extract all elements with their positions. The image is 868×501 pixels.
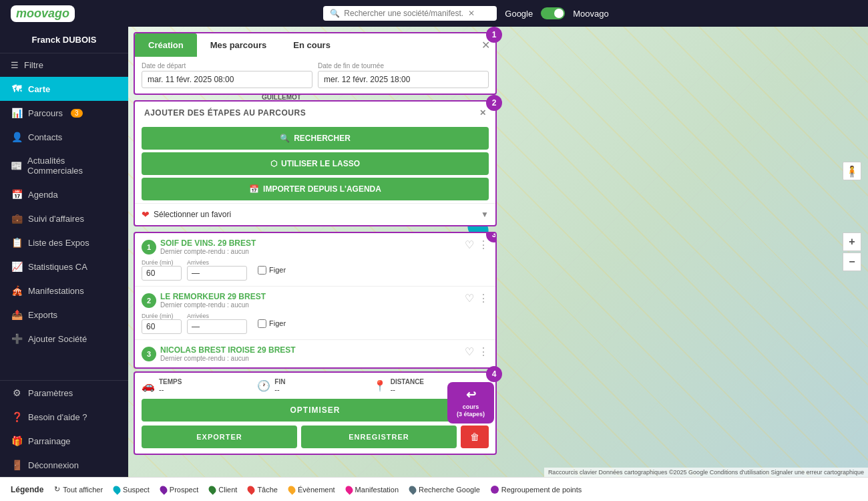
step-number-3: 3 [142,347,156,361]
google-moovago-toggle[interactable] [541,7,565,19]
stat-temps: 🚗 TEMPS -- [142,378,257,393]
step-info-2: LE REMORKEUR 29 BREST Dernier compte-ren… [160,292,461,309]
arrivee-input-1[interactable] [187,266,247,281]
step-actions-3[interactable]: ♡ ⋮ [465,345,489,358]
agenda-button[interactable]: 📅 IMPORTER DEPUIS L'AGENDA [142,178,489,200]
favorite-step-icon-1[interactable]: ♡ [465,238,474,251]
sidebar-item-carte[interactable]: 🗺 Carte [0,77,128,101]
tab-en-cours[interactable]: En cours [280,33,344,57]
manifestation-label: Manifestation [355,486,399,494]
search-icon-btn: 🔍 [280,134,290,143]
sidebar-item-parametres[interactable]: ⚙ Paramètres [0,381,128,405]
distance-icon: 📍 [373,379,387,392]
date-row: Date de départ Date de fin de tournée [135,57,495,94]
sidebar-label-manifestations: Manifestations [28,286,84,296]
figer-text-1: Figer [269,266,286,274]
figer-checkbox-1[interactable] [258,266,266,275]
rechercher-button[interactable]: 🔍 RECHERCHER [142,127,489,150]
more-icon-3[interactable]: ⋮ [478,345,489,358]
sidebar-item-contacts[interactable]: 👤 Contacts [0,125,128,149]
figer-label-1[interactable]: Figer [258,266,286,275]
add-steps-close-icon[interactable]: ✕ [479,108,487,118]
exporter-button[interactable]: EXPORTER [142,426,297,448]
duree-group-1: Durée (min) [142,259,182,281]
filter-icon: ☰ [11,60,19,70]
sidebar-item-parrainage[interactable]: 🎁 Parrainage [0,429,128,453]
more-icon-1[interactable]: ⋮ [478,238,489,251]
tab-mes-parcours[interactable]: Mes parcours [197,33,280,57]
tache-label: Tâche [257,486,278,494]
step-name-1[interactable]: SOIF DE VINS. 29 BREST [160,238,461,248]
search-bar[interactable]: 🔍 ✕ [323,6,497,21]
date-depart-input[interactable] [142,71,312,88]
step-name-2[interactable]: LE REMORKEUR 29 BREST [160,292,461,301]
duree-input-1[interactable] [142,266,182,281]
add-icon: ➕ [11,333,23,344]
stat-distance-label: DISTANCE [391,378,424,385]
favorite-step-icon-2[interactable]: ♡ [465,292,474,305]
steps-list: 3 1 SOIF DE VINS. 29 BREST Dernier compt… [134,232,497,369]
evenement-marker-icon [286,484,297,495]
step-last-3: Dernier compte-rendu : aucun [160,355,461,362]
favorite-label: Sélectionner un favori [154,210,231,219]
more-icon-2[interactable]: ⋮ [478,292,489,305]
step-actions-1[interactable]: ♡ ⋮ [465,238,489,251]
stat-distance-info: DISTANCE -- [391,378,424,393]
sidebar-label-parrainage: Parrainage [28,436,71,446]
figer-label-2[interactable]: Figer [258,319,286,328]
sidebar-item-stats[interactable]: 📈 Statistiques CA [0,255,128,279]
sidebar-item-suivi[interactable]: 💼 Suivi d'affaires [0,206,128,230]
optimiser-button[interactable]: OPTIMISER [142,399,489,422]
zoom-out-button[interactable]: − [843,253,861,271]
close-icon[interactable]: ✕ [468,9,475,18]
zoom-in-button[interactable]: + [843,232,861,251]
delete-button[interactable]: 🗑 [461,426,489,448]
logo-area: moovago [11,5,75,22]
sidebar-item-exports[interactable]: 📤 Exports [0,303,128,327]
sidebar-filter[interactable]: ☰ Filtre [0,53,128,77]
enregistrer-button[interactable]: ENREGISTRER [301,426,457,448]
prospect-marker-icon [158,484,169,495]
legend-client: Client [209,486,237,494]
step-header-2: 2 LE REMORKEUR 29 BREST Dernier compte-r… [142,292,489,309]
main-content: Franck DUBOIS ☰ Filtre 🗺 Carte 📊 Parcour… [0,27,868,477]
refresh-icon: ↻ [54,485,60,494]
favorite-row[interactable]: ❤ Sélectionner un favori ▼ [135,203,495,225]
evenement-label: Évènement [298,486,335,494]
tab-creation[interactable]: Création [135,33,197,57]
sidebar-item-expos[interactable]: 📋 Liste des Expos [0,230,128,255]
sidebar-item-aide[interactable]: ❓ Besoin d'aide ? [0,405,128,429]
duree-input-2[interactable] [142,319,182,334]
sidebar-label-deconnexion: Déconnexion [28,460,79,470]
top-bar: moovago 🔍 ✕ Google Moovago [0,0,868,27]
sidebar-item-parcours[interactable]: 📊 Parcours 3 [0,101,128,125]
rechercher-label: RECHERCHER [294,134,351,143]
favorite-step-icon-3[interactable]: ♡ [465,345,474,358]
sidebar-label-add-societe: Ajouter Société [28,334,87,344]
arrivee-group-1: Arrivées [187,259,247,281]
bottom-row-buttons: EXPORTER ENREGISTRER 🗑 [142,426,489,448]
sidebar-item-actualites[interactable]: 📰 Actualités Commerciales [0,149,128,182]
sidebar-label-parametres: Paramètres [28,388,73,398]
sidebar-item-deconnexion[interactable]: 🚪 Déconnexion [0,453,128,477]
step-header-1: 1 SOIF DE VINS. 29 BREST Dernier compte-… [142,238,489,255]
figer-checkbox-2[interactable] [258,319,266,328]
sidebar-item-add-societe[interactable]: ➕ Ajouter Société [0,327,128,351]
lasso-button[interactable]: ⬡ UTILISER LE LASSO [142,152,489,175]
arrivee-input-2[interactable] [187,319,247,334]
map-attribution: Raccourcis clavier Données cartographiqu… [544,468,868,477]
legend-show-all[interactable]: ↻ Tout afficher [54,485,103,494]
stat-fin-info: FIN -- [274,378,285,393]
floating-widget[interactable]: ↩ cours(3 étapes) [447,382,494,424]
sidebar-item-manifestations[interactable]: 🎪 Manifestations [0,279,128,303]
sidebar-label-aide: Besoin d'aide ? [28,412,87,422]
search-input[interactable] [344,9,464,18]
sidebar-item-agenda[interactable]: 📅 Agenda [0,182,128,206]
step-name-3[interactable]: NICOLAS BREST IROISE 29 BREST [160,345,461,355]
duree-label-1: Durée (min) [142,259,182,266]
step-actions-2[interactable]: ♡ ⋮ [465,292,489,305]
streetview-icon[interactable]: 🧍 [843,162,861,180]
duree-label-2: Durée (min) [142,313,182,319]
recherche-google-marker-icon [407,484,418,495]
date-fin-input[interactable] [318,71,489,88]
